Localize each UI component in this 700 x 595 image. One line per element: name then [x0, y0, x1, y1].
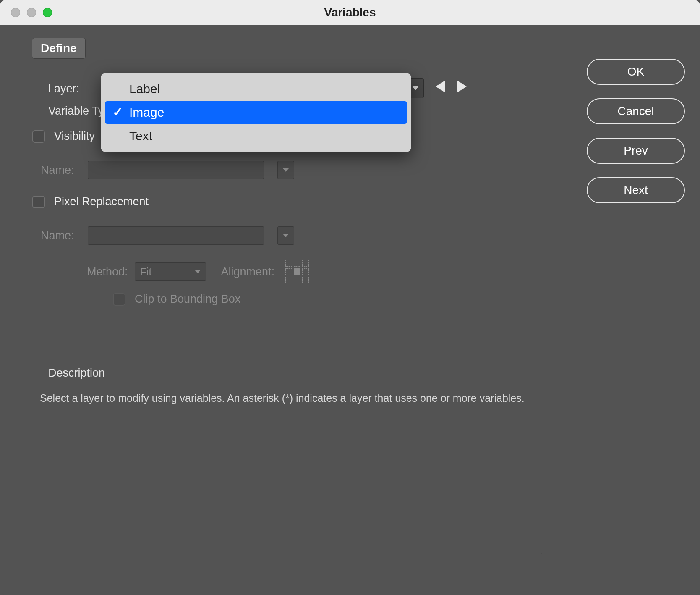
method-select[interactable]: Fit — [135, 262, 206, 281]
chevron-down-icon — [283, 168, 289, 172]
pixel-replacement-checkbox[interactable] — [32, 196, 45, 208]
align-cell-br — [302, 277, 309, 283]
align-cell-tc — [294, 260, 300, 267]
popup-item-label[interactable]: Label — [105, 77, 407, 101]
chevron-down-icon — [195, 270, 201, 273]
align-cell-bl — [285, 277, 292, 283]
next-button[interactable]: Next — [587, 177, 685, 203]
description-group: Description Select a layer to modify usi… — [24, 375, 542, 554]
align-cell-ml — [285, 268, 292, 275]
align-cell-tl — [285, 260, 292, 267]
visibility-name-label: Name: — [41, 164, 74, 177]
window-close-button[interactable] — [11, 8, 20, 17]
description-text: Select a layer to modify using variables… — [40, 391, 526, 406]
pixel-name-input[interactable] — [88, 226, 264, 245]
next-layer-arrow-icon[interactable] — [457, 81, 467, 92]
align-cell-mr — [302, 268, 309, 275]
align-cell-tr — [302, 260, 309, 267]
layer-dropdown-popup: Label ✓ Image Text — [101, 73, 411, 152]
description-legend: Description — [44, 367, 109, 380]
dialog-content: Define Layer: Variable Type Visibility N… — [0, 25, 700, 595]
align-cell-bc — [294, 277, 300, 283]
clip-row: Clip to Bounding Box — [113, 293, 240, 306]
popup-item-text: Text — [129, 129, 152, 143]
pixel-name-label: Name: — [41, 229, 74, 242]
window-zoom-button[interactable] — [43, 8, 52, 17]
clip-checkbox[interactable] — [113, 293, 125, 306]
method-value: Fit — [140, 266, 152, 278]
chevron-down-icon — [283, 234, 289, 237]
visibility-name-input[interactable] — [88, 161, 264, 179]
checkmark-icon: ✓ — [112, 105, 123, 119]
clip-label: Clip to Bounding Box — [135, 293, 240, 306]
prev-layer-arrow-icon[interactable] — [436, 81, 445, 92]
visibility-label: Visibility — [54, 130, 95, 143]
pixel-name-dropdown[interactable] — [277, 226, 294, 245]
visibility-checkbox[interactable] — [32, 130, 45, 143]
popup-item-text-option[interactable]: Text — [105, 124, 407, 148]
visibility-row: Visibility — [32, 130, 95, 143]
popup-item-text: Label — [129, 82, 160, 96]
method-row: Method: Fit Alignment: — [87, 260, 309, 283]
chevron-down-icon — [412, 86, 419, 90]
popup-item-text: Image — [129, 105, 164, 120]
layer-nav-arrows — [436, 81, 467, 92]
visibility-name-row: Name: — [41, 161, 294, 179]
window-minimize-button[interactable] — [27, 8, 36, 17]
prev-button[interactable]: Prev — [587, 138, 685, 164]
visibility-name-dropdown[interactable] — [277, 161, 294, 179]
align-cell-center — [294, 268, 300, 275]
pixel-name-row: Name: — [41, 226, 294, 245]
traffic-lights — [11, 8, 52, 17]
pixel-replacement-label: Pixel Replacement — [54, 195, 149, 208]
titlebar: Variables — [0, 0, 700, 25]
side-button-column: OK Cancel Prev Next — [587, 59, 685, 203]
ok-button[interactable]: OK — [587, 59, 685, 85]
popup-item-image[interactable]: ✓ Image — [105, 101, 407, 124]
alignment-label: Alignment: — [221, 265, 275, 278]
variables-dialog-window: Variables Define Layer: Variable Type Vi… — [0, 0, 700, 595]
define-button[interactable]: Define — [32, 38, 86, 59]
window-title: Variables — [324, 6, 376, 19]
alignment-picker[interactable] — [285, 260, 309, 283]
cancel-button[interactable]: Cancel — [587, 98, 685, 124]
pixel-replacement-row: Pixel Replacement — [32, 195, 149, 208]
layer-label: Layer: — [48, 82, 79, 95]
method-label: Method: — [87, 265, 128, 278]
